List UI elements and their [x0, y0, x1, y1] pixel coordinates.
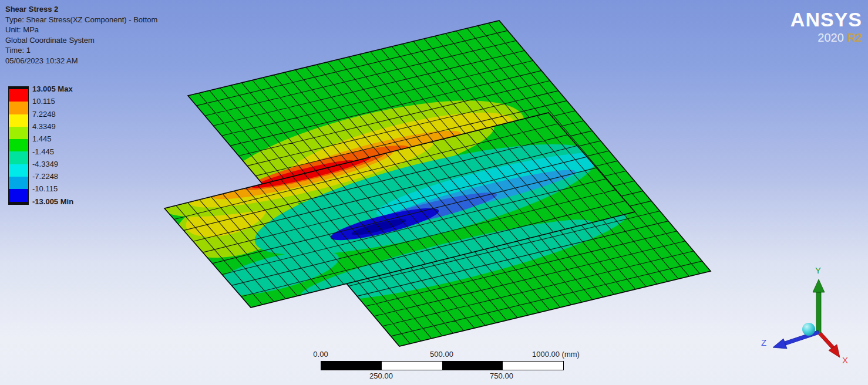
- color-band: [9, 139, 28, 151]
- y-axis-label[interactable]: Y: [815, 265, 821, 275]
- result-date: 05/06/2023 10:32 AM: [5, 56, 157, 66]
- ruler-label-750: 750.00: [478, 372, 525, 380]
- legend-label: -4.3349: [32, 160, 58, 169]
- result-time: Time: 1: [5, 45, 157, 56]
- colorbar: [8, 86, 29, 205]
- ruler-label-1000: 1000.00 (mm): [532, 350, 580, 359]
- legend-label: -10.115: [32, 184, 58, 194]
- ansys-version-text: 2020 R2: [790, 32, 862, 43]
- color-band: [9, 89, 28, 102]
- color-band: [9, 189, 28, 201]
- result-type: Type: Shear Stress(XZ Component) - Botto…: [5, 15, 157, 25]
- ansys-release-text: R2: [847, 31, 862, 44]
- ansys-viewport: Y Z X Shear Stress 2 Type: Shear Stress(…: [0, 0, 868, 385]
- legend-label: -13.005 Min: [32, 197, 73, 207]
- color-band: [9, 151, 28, 164]
- legend-label: 10.115: [32, 97, 55, 106]
- result-title: Shear Stress 2: [5, 4, 157, 15]
- orientation-triad[interactable]: Y Z X: [761, 265, 848, 365]
- ruler-label-0: 0.00: [303, 350, 338, 359]
- legend-label: -1.445: [32, 147, 54, 157]
- x-axis-arrow[interactable]: [819, 332, 840, 357]
- y-axis-arrow[interactable]: [813, 279, 825, 333]
- ruler-segment: [442, 362, 503, 370]
- ruler-label-250: 250.00: [358, 372, 405, 380]
- legend-label: -7.2248: [32, 172, 58, 181]
- result-info-block: Shear Stress 2 Type: Shear Stress(XZ Com…: [5, 4, 157, 66]
- isometric-ball[interactable]: [802, 323, 815, 336]
- ruler-bar: [321, 361, 564, 370]
- legend-label: 13.005 Max: [32, 85, 73, 94]
- legend-label: 4.3349: [32, 122, 56, 131]
- result-coordinate-system: Global Coordinate System: [5, 35, 157, 46]
- color-band: [9, 114, 28, 127]
- ruler-segment: [503, 362, 563, 370]
- result-unit: Unit: MPa: [5, 25, 157, 35]
- color-band: [9, 102, 28, 114]
- ansys-brand-text: ANSYS: [790, 9, 862, 29]
- legend-label: 1.445: [32, 134, 52, 144]
- ruler-label-500: 500.00: [418, 350, 465, 359]
- ruler-segment: [321, 362, 382, 370]
- color-band: [9, 127, 28, 139]
- color-band: [9, 177, 28, 189]
- color-band: [9, 164, 28, 177]
- ruler-segment: [382, 362, 442, 370]
- ansys-logo: ANSYS 2020 R2: [790, 9, 862, 43]
- z-axis-label[interactable]: Z: [761, 337, 766, 347]
- x-axis-label[interactable]: X: [842, 355, 848, 365]
- legend-label: 7.2248: [32, 110, 56, 119]
